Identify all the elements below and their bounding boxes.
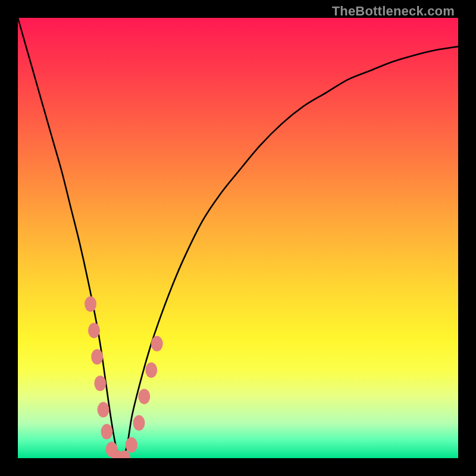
- highlight-dot: [98, 402, 109, 418]
- highlight-dot: [91, 349, 103, 365]
- highlight-dot: [133, 415, 145, 431]
- highlight-dot: [84, 296, 96, 312]
- highlight-dot: [138, 389, 150, 404]
- highlight-dot: [94, 375, 106, 391]
- curve-layer: [18, 18, 458, 458]
- highlight-dot: [88, 322, 100, 338]
- bottleneck-curve: [18, 18, 458, 458]
- watermark-text: TheBottleneck.com: [332, 4, 455, 19]
- highlight-dot: [126, 437, 137, 453]
- highlight-dot: [145, 362, 157, 378]
- highlight-dot: [151, 336, 163, 352]
- chart-frame: TheBottleneck.com: [0, 0, 476, 476]
- highlight-dot: [101, 424, 112, 440]
- plot-area: [18, 18, 458, 458]
